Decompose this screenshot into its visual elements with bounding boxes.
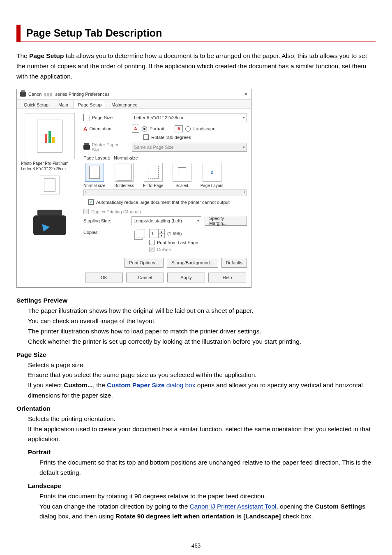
paper-preview bbox=[25, 113, 75, 159]
tab-quick-setup[interactable]: Quick Setup bbox=[19, 101, 53, 109]
collate-checkbox bbox=[149, 247, 154, 252]
preview-media-line2: Letter 8.5"x11" 22x28cm bbox=[21, 166, 66, 171]
layout-normal-option[interactable] bbox=[85, 163, 104, 182]
body-settings-preview: The paper illustration shows how the ori… bbox=[28, 306, 376, 347]
landscape-l2b: , opening the bbox=[276, 503, 315, 510]
page-heading: Page Setup Tab Description bbox=[16, 25, 376, 42]
settings-preview-panel: Photo Paper Pro Platinum Letter 8.5"x11"… bbox=[21, 113, 78, 268]
stapling-side-label: Stapling Side: bbox=[83, 218, 111, 223]
page-icon bbox=[83, 114, 90, 121]
print-last-page-checkbox[interactable] bbox=[149, 240, 154, 245]
landscape-thumb-icon: A bbox=[175, 125, 183, 132]
settings-preview-l4: Check whether the printer is set up corr… bbox=[28, 338, 301, 345]
body-portrait: Prints the document so that its top and … bbox=[39, 458, 376, 478]
term-portrait: Portrait bbox=[28, 449, 376, 456]
landscape-label: Landscape bbox=[193, 126, 215, 131]
landscape-l1: Prints the document by rotating it 90 de… bbox=[39, 493, 266, 500]
orientation-label: Orientation: bbox=[89, 126, 113, 131]
custom-paper-size-link[interactable]: Custom Paper Size dialog box bbox=[107, 382, 195, 388]
portrait-label: Portrait bbox=[150, 126, 164, 131]
body-landscape: Prints the document by rotating it 90 de… bbox=[39, 491, 376, 522]
intro-bold: Page Setup bbox=[29, 52, 64, 59]
apply-button[interactable]: Apply bbox=[167, 273, 205, 282]
printer-preview bbox=[25, 207, 74, 244]
printer-paper-size-label: Printer Paper Size: bbox=[92, 142, 129, 152]
settings-preview-l1: The paper illustration shows how the ori… bbox=[28, 307, 254, 314]
body-orientation: Selects the printing orientation. If the… bbox=[28, 414, 376, 444]
layout-scaled-label: Scaled bbox=[175, 183, 188, 188]
settings-preview-l3: The printer illustration shows how to lo… bbox=[28, 328, 261, 335]
collate-label: Collate bbox=[157, 247, 171, 252]
defaults-button[interactable]: Defaults bbox=[221, 258, 247, 268]
page-size-custom-bold: Custom... bbox=[64, 382, 93, 388]
page-heading-bar: Page Setup Tab Description bbox=[16, 25, 376, 42]
printer-paper-size-value: Same as Page Size bbox=[134, 145, 174, 150]
spinner-down-icon[interactable]: ▼ bbox=[159, 234, 164, 238]
tab-page-setup[interactable]: Page Setup bbox=[74, 101, 106, 109]
layout-borderless-option[interactable] bbox=[115, 163, 134, 182]
printer-assistant-link[interactable]: Canon IJ Printer Assistant Tool bbox=[190, 503, 277, 510]
layout-pagelayout-option[interactable]: 2 bbox=[203, 163, 221, 182]
duplex-label: Duplex Printing (Manual) bbox=[91, 209, 141, 214]
page-size-l1: Selects a page size. bbox=[28, 361, 85, 368]
help-button[interactable]: Help bbox=[208, 273, 246, 282]
layout-scaled-option[interactable] bbox=[173, 163, 191, 182]
term-orientation: Orientation bbox=[16, 405, 376, 412]
stamp-background-button[interactable]: Stamp/Background... bbox=[167, 258, 218, 268]
layout-pagelayout-label: Page Layout bbox=[201, 183, 224, 188]
preview-media-line1: Photo Paper Pro Platinum bbox=[21, 161, 69, 166]
page-number: 463 bbox=[16, 542, 376, 549]
copies-icon bbox=[134, 229, 146, 240]
page-size-l3a: If you select bbox=[28, 382, 64, 388]
intro-paragraph: The Page Setup tab allows you to determi… bbox=[16, 51, 376, 81]
dialog-footer: OK Cancel Apply Help bbox=[17, 269, 251, 287]
layout-fit-option[interactable] bbox=[144, 163, 163, 182]
rotate-180-checkbox[interactable] bbox=[143, 134, 149, 140]
auto-reduce-checkbox[interactable] bbox=[88, 199, 94, 205]
dialog-title-suffix: series Printing Preferences bbox=[55, 92, 109, 97]
landscape-bold2: Rotate 90 degrees left when orientation … bbox=[115, 513, 281, 520]
term-landscape: Landscape bbox=[28, 482, 376, 490]
custom-paper-size-link-bold: Custom Paper Size bbox=[107, 382, 164, 388]
landscape-l2d: check box. bbox=[281, 513, 313, 520]
intro-prefix: The bbox=[16, 52, 29, 59]
tab-main[interactable]: Main bbox=[54, 101, 73, 109]
landscape-l2c: dialog box, and then using bbox=[39, 513, 115, 520]
page-size-dropdown[interactable]: Letter 8.5"x11" 22x28cm▾ bbox=[132, 113, 247, 122]
specify-margin-button[interactable]: Specify Margin... bbox=[205, 216, 247, 226]
settings-preview-l2: You can check an overall image of the la… bbox=[28, 317, 156, 324]
layout-result-preview bbox=[40, 176, 60, 194]
orientation-l1: Selects the printing orientation. bbox=[28, 415, 115, 422]
dialog-title-model: ▮▮▮ bbox=[44, 92, 53, 97]
print-options-button[interactable]: Print Options... bbox=[125, 258, 164, 268]
rotate-180-label: Rotate 180 degrees bbox=[151, 135, 191, 140]
printer-paper-size-dropdown: Same as Page Size▾ bbox=[132, 143, 247, 152]
landscape-radio[interactable] bbox=[185, 126, 191, 132]
portrait-thumb-icon: A bbox=[132, 125, 139, 133]
tab-maintenance[interactable]: Maintenance bbox=[107, 101, 142, 109]
copies-label: Copies: bbox=[83, 230, 99, 235]
ok-button[interactable]: OK bbox=[85, 273, 123, 282]
portrait-radio[interactable] bbox=[142, 126, 147, 132]
stapling-side-dropdown[interactable]: Long-side stapling (Left)▾ bbox=[131, 216, 201, 225]
print-last-page-label: Print from Last Page bbox=[157, 240, 198, 245]
custom-paper-size-link-rest: dialog box bbox=[165, 382, 196, 388]
close-icon[interactable]: × bbox=[244, 91, 248, 97]
orientation-icon: A bbox=[83, 126, 87, 132]
layout-scrollbar[interactable] bbox=[83, 190, 247, 196]
dialog-title-prefix: Canon bbox=[28, 92, 42, 97]
stapling-side-value: Long-side stapling (Left) bbox=[134, 218, 182, 223]
copies-spinner[interactable]: 1 ▲▼ bbox=[149, 229, 165, 238]
layout-fit-label: Fit-to-Page bbox=[143, 183, 163, 188]
page-size-value: Letter 8.5"x11" 22x28cm bbox=[134, 115, 183, 120]
dialog-titlebar: Canon ▮▮▮ series Printing Preferences × bbox=[17, 89, 251, 99]
term-page-size: Page Size bbox=[16, 351, 376, 358]
page-size-l3mid: , the bbox=[93, 382, 107, 388]
cancel-button[interactable]: Cancel bbox=[126, 273, 164, 282]
layout-borderless-label: Borderless bbox=[114, 183, 134, 188]
chevron-down-icon: ▾ bbox=[243, 116, 245, 120]
spinner-up-icon[interactable]: ▲ bbox=[159, 229, 164, 234]
auto-reduce-label: Automatically reduce large document that… bbox=[96, 200, 230, 205]
intro-rest: tab allows you to determine how a docume… bbox=[16, 52, 367, 80]
page-size-l2: Ensure that you select the same page siz… bbox=[28, 371, 257, 378]
